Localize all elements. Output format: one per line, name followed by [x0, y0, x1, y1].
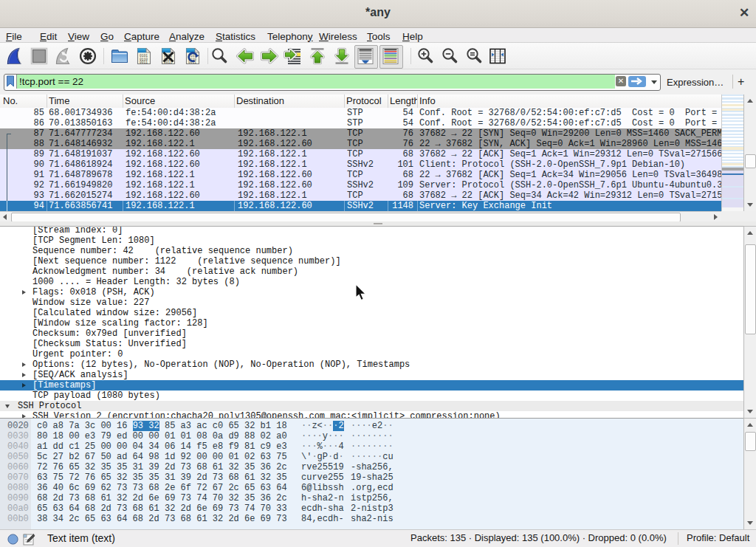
svg-text:0011: 0011 — [140, 61, 148, 64]
